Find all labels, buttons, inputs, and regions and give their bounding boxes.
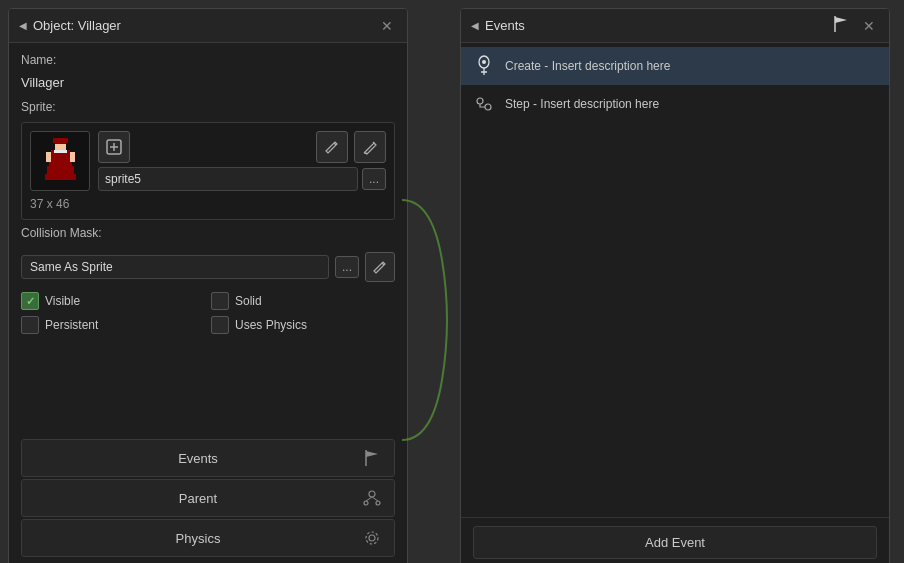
- parent-icon: [362, 488, 382, 508]
- pencil-sprite-button[interactable]: [354, 131, 386, 163]
- parent-section-button[interactable]: Parent: [21, 479, 395, 517]
- create-event-icon: [473, 55, 495, 77]
- physics-section-button[interactable]: Physics: [21, 519, 395, 557]
- collision-label: Collision Mask:: [21, 226, 395, 240]
- name-label: Name:: [21, 53, 395, 67]
- step-event-icon: [473, 93, 495, 115]
- right-collapse-arrow-icon[interactable]: ◀: [471, 20, 479, 31]
- svg-point-19: [364, 501, 368, 505]
- sprite-section: ... 37 x 46: [21, 122, 395, 220]
- svg-rect-6: [45, 174, 76, 180]
- collision-mask-input[interactable]: [21, 255, 329, 279]
- sprite-size: 37 x 46: [30, 197, 386, 211]
- bottom-buttons: Events Parent: [21, 433, 395, 557]
- svg-point-24: [366, 532, 378, 544]
- right-panel: ◀ Events ✕: [460, 8, 890, 563]
- properties-grid: ✓ Visible Solid Persistent Uses Physics: [21, 292, 395, 334]
- right-panel-header: ◀ Events ✕: [461, 9, 889, 43]
- create-event-label: Create - Insert description here: [505, 59, 670, 73]
- svg-rect-9: [54, 150, 67, 153]
- edit-sprite-button[interactable]: [316, 131, 348, 163]
- sprite-name-input[interactable]: [98, 167, 358, 191]
- event-create-item[interactable]: Create - Insert description here: [461, 47, 889, 85]
- sprite-dots-button[interactable]: ...: [362, 168, 386, 190]
- svg-point-29: [482, 60, 486, 64]
- events-btn-label: Events: [34, 451, 362, 466]
- svg-line-22: [372, 497, 378, 501]
- svg-point-23: [369, 535, 375, 541]
- solid-item: Solid: [211, 292, 395, 310]
- collision-edit-button[interactable]: [365, 252, 395, 282]
- visible-checkmark: ✓: [26, 295, 35, 308]
- right-panel-title: Events: [485, 18, 525, 33]
- uses-physics-checkbox[interactable]: [211, 316, 229, 334]
- svg-point-18: [369, 491, 375, 497]
- left-panel: ◀ Object: Villager ✕ Name: Villager Spri…: [8, 8, 408, 563]
- uses-physics-label: Uses Physics: [235, 318, 307, 332]
- solid-checkbox[interactable]: [211, 292, 229, 310]
- persistent-item: Persistent: [21, 316, 205, 334]
- collision-dots-button[interactable]: ...: [335, 256, 359, 278]
- name-value: Villager: [21, 75, 395, 90]
- sprite-label: Sprite:: [21, 100, 395, 114]
- persistent-label: Persistent: [45, 318, 98, 332]
- add-event-bar: Add Event: [461, 517, 889, 563]
- sprite-preview[interactable]: [30, 131, 90, 191]
- svg-rect-8: [70, 152, 75, 162]
- events-section-button[interactable]: Events: [21, 439, 395, 477]
- left-panel-content: Name: Villager Sprite:: [9, 43, 407, 563]
- uses-physics-item: Uses Physics: [211, 316, 395, 334]
- visible-label: Visible: [45, 294, 80, 308]
- solid-label: Solid: [235, 294, 262, 308]
- workspace: ◀ Object: Villager ✕ Name: Villager Spri…: [0, 0, 904, 563]
- events-flag-icon: [362, 448, 382, 468]
- panel-connector: [402, 0, 462, 563]
- add-sprite-button[interactable]: [98, 131, 130, 163]
- step-event-label: Step - Insert description here: [505, 97, 659, 111]
- right-panel-close-button[interactable]: ✕: [859, 16, 879, 36]
- persistent-checkbox[interactable]: [21, 316, 39, 334]
- parent-btn-label: Parent: [34, 491, 362, 506]
- physics-gear-icon: [362, 528, 382, 548]
- physics-btn-label: Physics: [34, 531, 362, 546]
- svg-rect-7: [46, 152, 51, 162]
- right-panel-flag-icon: [833, 15, 849, 36]
- svg-line-21: [366, 497, 372, 501]
- events-list: Create - Insert description here Step - …: [461, 43, 889, 517]
- svg-rect-4: [49, 154, 72, 166]
- visible-item: ✓ Visible: [21, 292, 205, 310]
- left-panel-header: ◀ Object: Villager ✕: [9, 9, 407, 43]
- svg-rect-2: [55, 142, 66, 144]
- visible-checkbox[interactable]: ✓: [21, 292, 39, 310]
- svg-point-20: [376, 501, 380, 505]
- svg-point-30: [477, 98, 483, 104]
- svg-point-31: [485, 104, 491, 110]
- left-panel-title: Object: Villager: [33, 18, 121, 33]
- left-panel-close-button[interactable]: ✕: [377, 16, 397, 36]
- event-step-item[interactable]: Step - Insert description here: [461, 85, 889, 123]
- add-event-button[interactable]: Add Event: [473, 526, 877, 559]
- collapse-arrow-icon[interactable]: ◀: [19, 20, 27, 31]
